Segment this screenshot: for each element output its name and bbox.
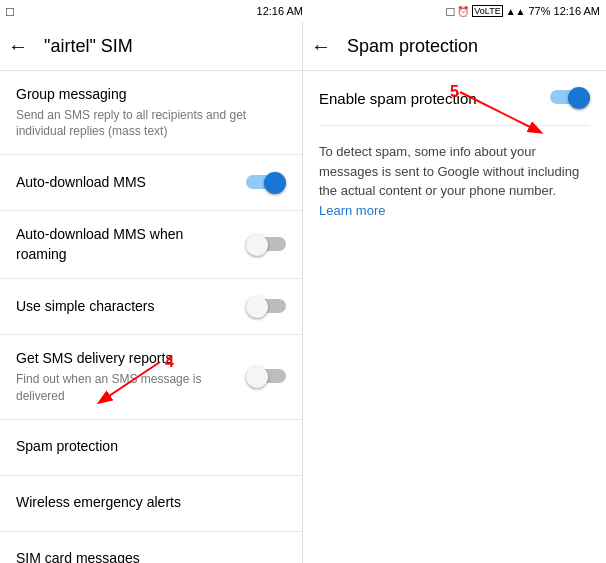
auto-download-mms-item[interactable]: Auto-download MMS (0, 155, 302, 211)
app-icon-right: □ (446, 4, 454, 19)
spam-content: Enable spam protection To detect spam, s… (303, 71, 606, 236)
auto-download-mms-toggle[interactable] (246, 172, 286, 194)
wireless-emergency-item[interactable]: Wireless emergency alerts (0, 476, 302, 532)
sms-delivery-title: Get SMS delivery reports (16, 349, 230, 369)
auto-download-roaming-title: Auto-download MMS when roaming (16, 225, 230, 264)
right-header: ← Spam protection (303, 22, 606, 70)
spam-protection-item[interactable]: Spam protection (0, 420, 302, 476)
left-panel: ← "airtel" SIM Group messaging Send an S… (0, 22, 303, 563)
sim-card-title: SIM card messages (16, 549, 270, 563)
spam-description: To detect spam, some info about your mes… (319, 126, 590, 236)
sms-delivery-item[interactable]: Get SMS delivery reports Find out when a… (0, 335, 302, 419)
simple-characters-title: Use simple characters (16, 297, 230, 317)
wireless-emergency-title: Wireless emergency alerts (16, 493, 270, 513)
status-time-right: 12:16 AM (554, 5, 600, 17)
status-time-left: 12:16 AM (257, 5, 303, 17)
app-icon-left: □ (6, 4, 14, 19)
group-messaging-item[interactable]: Group messaging Send an SMS reply to all… (0, 71, 302, 155)
status-bar-top: □ 12:16 AM □ ⏰ VoLTE ▲▲ 77% 12:16 AM (0, 0, 606, 22)
auto-download-roaming-item[interactable]: Auto-download MMS when roaming (0, 211, 302, 279)
sms-delivery-toggle[interactable] (246, 366, 286, 388)
right-panel-title: Spam protection (347, 36, 478, 57)
enable-spam-toggle[interactable] (550, 87, 590, 109)
learn-more-link[interactable]: Learn more (319, 203, 385, 218)
left-panel-title: "airtel" SIM (44, 36, 133, 57)
right-back-button[interactable]: ← (311, 35, 331, 58)
spam-protection-title: Spam protection (16, 437, 270, 457)
auto-download-mms-title: Auto-download MMS (16, 173, 230, 193)
enable-spam-label: Enable spam protection (319, 90, 477, 107)
battery-text: 77% (528, 5, 550, 17)
right-panel: ← Spam protection Enable spam protection… (303, 22, 606, 563)
auto-download-roaming-toggle[interactable] (246, 234, 286, 256)
group-messaging-subtitle: Send an SMS reply to all recipients and … (16, 107, 270, 141)
group-messaging-title: Group messaging (16, 85, 270, 105)
settings-list: Group messaging Send an SMS reply to all… (0, 71, 302, 563)
volte-icon: VoLTE (472, 5, 502, 17)
simple-characters-toggle[interactable] (246, 296, 286, 318)
simple-characters-item[interactable]: Use simple characters (0, 279, 302, 335)
enable-spam-row[interactable]: Enable spam protection (319, 71, 590, 126)
sim-card-item[interactable]: SIM card messages (0, 532, 302, 563)
left-header: ← "airtel" SIM (0, 22, 302, 70)
sms-delivery-subtitle: Find out when an SMS message is delivere… (16, 371, 230, 405)
signal-icon: ▲▲ (506, 6, 526, 17)
alarm-icon: ⏰ (457, 6, 469, 17)
left-back-button[interactable]: ← (8, 35, 28, 58)
